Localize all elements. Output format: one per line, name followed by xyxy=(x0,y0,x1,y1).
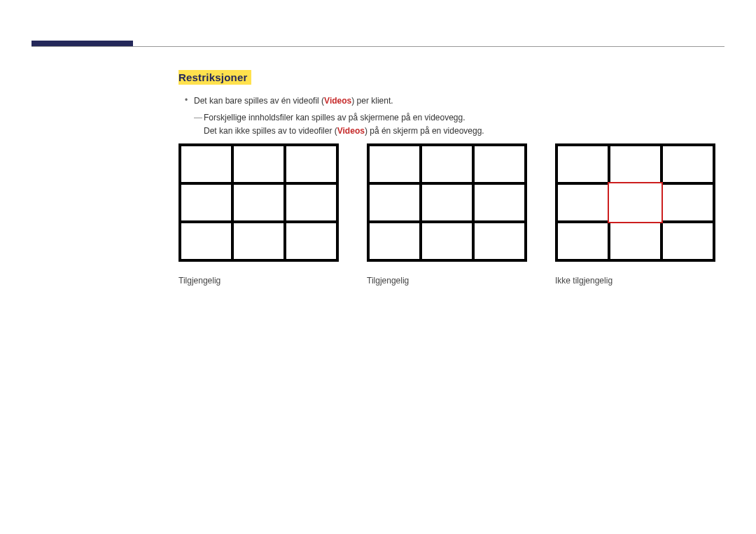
grid-cell xyxy=(556,222,609,260)
grid-cell xyxy=(609,145,662,183)
grid-cell xyxy=(473,222,526,260)
grid-block-3: Ikke tilgjengelig xyxy=(555,143,715,286)
grid-cell xyxy=(285,183,337,222)
grid-cell xyxy=(368,145,421,183)
bullet-text: Det kan bare spilles av én videofil (Vid… xyxy=(194,94,393,107)
grid-cell xyxy=(180,222,232,260)
grid-caption-2: Tilgjengelig xyxy=(367,276,527,286)
grid-block-1: Tilgjengelig xyxy=(178,143,339,286)
grids-row: Tilgjengelig Tilgjengelig xyxy=(178,143,715,286)
grid-cell-highlight xyxy=(608,182,663,223)
sub-note: Forskjellige innholdsfiler kan spilles a… xyxy=(194,111,724,138)
grid-caption-3: Ikke tilgjengelig xyxy=(555,276,715,286)
grid-cell xyxy=(609,222,662,260)
sub-line-2: Det kan ikke spilles av to videofiler (V… xyxy=(204,125,724,138)
videos-keyword: Videos xyxy=(337,126,365,136)
bullet-text-pre: Det kan bare spilles av én videofil ( xyxy=(194,96,324,106)
header-rule xyxy=(31,46,724,47)
section-heading: Restriksjoner xyxy=(178,70,251,85)
sub-line2-post: ) på én skjerm på en videovegg. xyxy=(365,126,484,136)
grid-cell xyxy=(368,183,421,222)
header-accent-bar xyxy=(31,41,133,46)
grid-2 xyxy=(367,143,527,262)
grid-cell xyxy=(473,145,526,183)
grid-cell xyxy=(556,183,609,222)
grid-cell xyxy=(473,183,526,222)
content-area: Restriksjoner • Det kan bare spilles av … xyxy=(178,70,724,138)
bullet-text-post: ) per klient. xyxy=(351,96,393,106)
grid-caption-1: Tilgjengelig xyxy=(178,276,339,286)
sub-line2-pre: Det kan ikke spilles av to videofiler ( xyxy=(204,126,337,136)
grid-cell xyxy=(556,145,609,183)
grid-cell xyxy=(662,183,714,222)
grid-cell xyxy=(232,222,285,260)
document-page: Restriksjoner • Det kan bare spilles av … xyxy=(0,0,756,534)
grid-cell xyxy=(368,222,421,260)
grid-3 xyxy=(555,143,715,262)
grid-1 xyxy=(178,143,339,262)
grid-cell xyxy=(285,145,337,183)
grid-cell xyxy=(180,183,232,222)
grid-cell xyxy=(662,145,714,183)
grid-cell xyxy=(421,145,473,183)
grid-cell xyxy=(180,145,232,183)
sub-line-1: Forskjellige innholdsfiler kan spilles a… xyxy=(204,111,724,125)
videos-keyword: Videos xyxy=(324,96,351,106)
grid-block-2: Tilgjengelig xyxy=(367,143,527,286)
grid-cell xyxy=(421,183,473,222)
grid-cell xyxy=(285,222,337,260)
bullet-item: • Det kan bare spilles av én videofil (V… xyxy=(178,94,724,107)
grid-cell xyxy=(662,222,714,260)
grid-cell xyxy=(421,222,473,260)
grid-cell xyxy=(232,145,285,183)
grid-cell xyxy=(232,183,285,222)
bullet-marker: • xyxy=(178,94,194,106)
